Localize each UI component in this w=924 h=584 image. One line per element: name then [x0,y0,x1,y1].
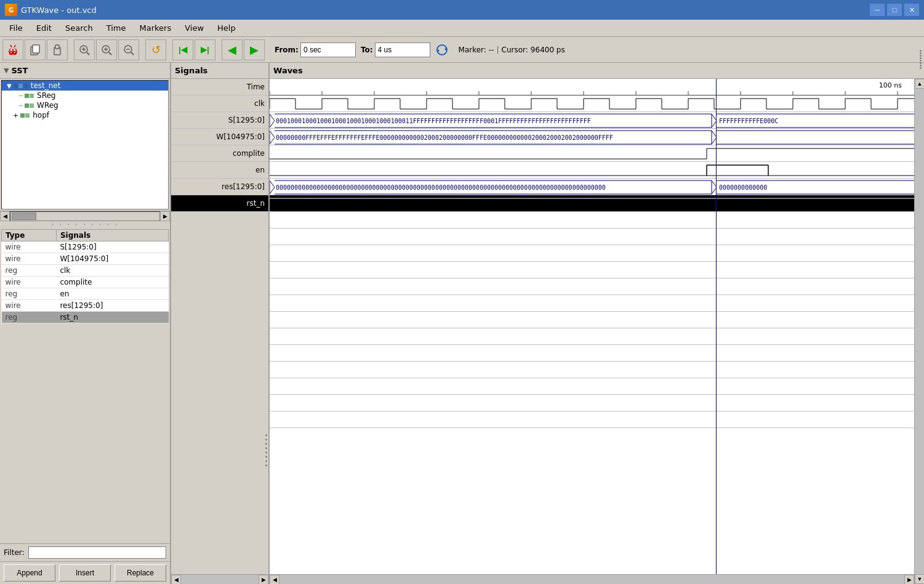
signal-row-res[interactable]: res[1295:0] [171,179,268,195]
menu-item-file[interactable]: File [2,21,30,35]
cut-button[interactable] [2,39,23,60]
svg-line-15 [131,52,134,55]
resize-handle[interactable]: · · · · · · · · · [0,221,170,228]
wave-row-empty-13 [270,412,914,428]
waves-hscroll-left[interactable]: ◀ [270,575,279,584]
expand-icon[interactable]: ▼ [7,83,12,89]
marker-info: Marker: -- | Cursor: 96400 ps [459,46,565,54]
menu-item-edit[interactable]: Edit [30,21,58,35]
sst-collapse-icon[interactable]: ▼ [4,67,9,75]
signals-hscroll-right[interactable]: ▶ [259,575,268,584]
waves-vscroll-up[interactable]: ▲ [915,79,924,89]
table-row[interactable]: wire S[1295:0] [2,241,169,253]
sst-tree[interactable]: ▼ test_net ─ SReg ─ [1,80,169,209]
signals-header: Signals [171,63,268,79]
wave-row-clk[interactable] [270,95,914,112]
signal-row-s[interactable]: S[1295:0] [171,112,268,129]
signal-cell: S[1295:0] [56,241,168,253]
svg-marker-61 [270,180,275,194]
append-button[interactable]: Append [4,564,55,582]
close-button[interactable]: ✕ [904,4,919,16]
marker-value: -- [489,46,494,54]
to-input[interactable] [375,43,430,57]
signals-hscroll: ◀ ▶ [171,574,268,584]
tree-item-hopf[interactable]: + hopf [2,110,168,120]
svg-rect-58 [707,165,768,176]
type-cell: wire [2,300,57,312]
menu-item-view[interactable]: View [178,21,211,35]
waves-vscroll-down[interactable]: ▼ [915,574,924,584]
wave-row-empty-11 [270,378,914,395]
table-row[interactable]: wire W[104975:0] [2,253,169,265]
signal-row-clk[interactable]: clk [171,95,268,112]
copy-button[interactable] [25,39,46,60]
tree-label-hopf: hopf [33,111,49,120]
signal-row-time[interactable]: Time [171,79,268,95]
table-row[interactable]: wire res[1295:0] [2,300,169,312]
waves-header: Waves [270,63,924,79]
tree-item-test-net[interactable]: ▼ test_net [2,81,168,91]
replace-button[interactable]: Replace [114,564,166,582]
filter-row: Filter: [0,543,170,561]
undo-button[interactable]: ↺ [145,39,166,60]
svg-line-11 [109,52,111,55]
waves-content[interactable]: 100 ns [270,79,914,574]
zoom-fit-button[interactable] [74,39,95,60]
signal-row-rstn[interactable]: rst_n [171,195,268,212]
sst-hscroll-left[interactable]: ◀ [0,211,10,221]
wave-row-en[interactable] [270,162,914,179]
waves-hscroll-track[interactable] [279,575,904,584]
sst-hscroll-right[interactable]: ▶ [160,211,170,221]
signal-name-res: res[1295:0] [222,182,265,191]
insert-button[interactable]: Insert [59,564,111,582]
paste-button[interactable] [47,39,68,60]
waves-hscroll-right[interactable]: ▶ [904,575,914,584]
wave-row-res[interactable]: 0000000000000000000000000000000000000000… [270,179,914,195]
sst-hscroll-thumb[interactable] [12,213,36,220]
signal-row-complite[interactable]: complite [171,145,268,162]
menu-bar: FileEditSearchTimeMarkersViewHelp [0,20,924,37]
waves-panel: Waves 100 ns [270,63,924,584]
waves-vscroll-track[interactable] [915,89,924,574]
zoom-out-button[interactable] [118,39,139,60]
prev-button[interactable]: ◀ [222,39,243,60]
wave-row-s[interactable]: 0001000100010001000100010001000100011FFF… [270,112,914,129]
svg-line-7 [87,52,89,55]
hopf-expand[interactable]: + [13,112,18,120]
tree-item-wreg[interactable]: ─ WReg [2,100,168,110]
refresh-button[interactable] [432,39,452,60]
menu-item-search[interactable]: Search [58,21,100,35]
signal-cell: complite [56,277,168,288]
from-input[interactable] [300,43,356,57]
maximize-button[interactable]: □ [887,4,902,16]
wave-row-w[interactable]: 00000000FFFEFFFEFFFFFFFEFFFE000000000000… [270,129,914,145]
zoom-in-button[interactable] [96,39,117,60]
svg-marker-43 [270,131,275,144]
table-row[interactable]: reg clk [2,265,169,277]
signals-panel: Signals Time clk S[1295:0] W[104975:0] c… [171,63,270,584]
clk-wave-svg [270,95,914,112]
signal-row-en[interactable]: en [171,162,268,179]
filter-input[interactable] [28,546,166,559]
signals-hscroll-left[interactable]: ◀ [171,575,181,584]
menu-item-help[interactable]: Help [211,21,243,35]
menu-item-markers[interactable]: Markers [132,21,178,35]
table-row-selected[interactable]: reg rst_n [2,312,169,323]
table-row[interactable]: reg en [2,288,169,300]
next-button[interactable]: ▶ [244,39,265,60]
signal-row-w[interactable]: W[104975:0] [171,129,268,145]
minimize-button[interactable]: ─ [870,4,885,16]
wave-row-complite[interactable] [270,145,914,162]
tree-item-sreg[interactable]: ─ SReg [2,91,168,100]
signals-hscroll-track[interactable] [181,575,259,584]
hopf-chip [20,113,30,118]
sreg-expand[interactable]: ─ [19,92,23,99]
jump-start-button[interactable]: |◀ [172,39,193,60]
wave-row-rstn[interactable] [270,195,914,212]
marker-label: Marker: [459,46,486,54]
jump-end-button[interactable]: ▶| [195,39,215,60]
wreg-expand[interactable]: ─ [19,102,23,109]
svg-marker-37 [712,114,717,128]
table-row[interactable]: wire complite [2,277,169,288]
menu-item-time[interactable]: Time [100,21,133,35]
